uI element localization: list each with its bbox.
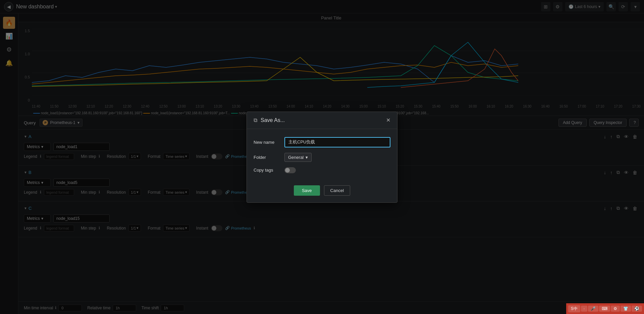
taskbar-item-keyboard[interactable]: ⌨ [599,306,610,312]
modal-title-icon: ⧉ [254,117,257,123]
taskbar-item-ball[interactable]: ⚽ [632,306,642,312]
copy-tags-label: Copy tags [254,168,280,173]
new-name-input[interactable] [284,137,390,147]
taskbar-item-star[interactable]: · [581,306,587,312]
modal-body: New name Folder General ▾ Copy tags [247,129,397,181]
taskbar-item-settings[interactable]: ⚙ [611,306,620,312]
save-as-modal: ⧉ Save As... ✕ New name Folder General ▾… [247,112,397,203]
copy-tags-toggle[interactable] [284,167,296,173]
new-name-field: New name [254,137,390,147]
folder-value: General [288,155,304,160]
cancel-button[interactable]: Cancel [324,185,350,196]
taskbar-item-shirt[interactable]: 👕 [621,306,631,312]
modal-footer: Save Cancel [247,181,397,202]
new-name-label: New name [254,140,280,145]
save-button[interactable]: Save [294,185,320,196]
modal-title: Save As... [261,117,383,123]
modal-header: ⧉ Save As... ✕ [247,112,397,129]
folder-field: Folder General ▾ [254,153,390,162]
taskbar-item-language[interactable]: S中 [568,305,580,312]
taskbar-item-mic[interactable]: 🎤 [588,306,598,312]
modal-close-button[interactable]: ✕ [386,118,390,123]
folder-select[interactable]: General ▾ [284,153,312,162]
taskbar: S中 · 🎤 ⌨ ⚙ 👕 ⚽ [566,303,644,314]
copy-tags-field: Copy tags [254,167,390,173]
modal-overlay[interactable]: ⧉ Save As... ✕ New name Folder General ▾… [0,0,644,314]
folder-label: Folder [254,155,280,160]
folder-chevron-icon: ▾ [306,155,308,160]
